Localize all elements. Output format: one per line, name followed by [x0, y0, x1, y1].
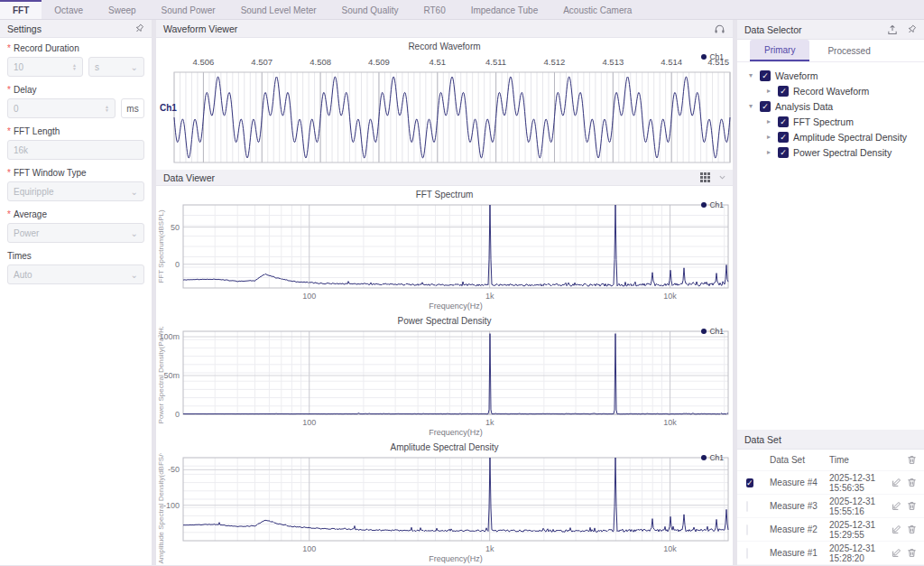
- chart-legend[interactable]: Ch1: [701, 200, 724, 209]
- svg-text:4.508: 4.508: [310, 57, 331, 67]
- edit-icon[interactable]: [892, 501, 901, 511]
- tree-item-label: Waveform: [775, 70, 818, 81]
- record-waveform-plot[interactable]: 4.5064.5074.5084.5094.514.5114.5124.5134…: [156, 52, 733, 168]
- tree-item-fft-spectrum[interactable]: ▸✓FFT Spectrum: [737, 114, 924, 129]
- dataset-row[interactable]: Measure #12025-12-31 15:28:20: [737, 542, 924, 565]
- chart-title: Record Waveform: [156, 38, 733, 52]
- stepper-icon[interactable]: ▲▼: [72, 63, 77, 70]
- power-spectral-density-plot[interactable]: 050m100m1001k10kFrequency(Hz)Power Spect…: [156, 327, 733, 438]
- record-duration-unit-select[interactable]: s ⌄: [88, 57, 144, 77]
- edit-icon[interactable]: [892, 478, 901, 487]
- caret-down-icon[interactable]: ▾: [746, 102, 755, 110]
- tab-sound-level-meter[interactable]: Sound Level Meter: [228, 0, 329, 19]
- tree-item-record-waveform[interactable]: ▸✓Record Waveform: [737, 83, 924, 98]
- field-fft-length: FFT Length 16k: [7, 126, 144, 160]
- tab-sweep[interactable]: Sweep: [96, 0, 149, 19]
- tab-octave[interactable]: Octave: [42, 0, 96, 19]
- chart-legend[interactable]: Ch1: [701, 453, 724, 462]
- checkbox[interactable]: ✓: [778, 132, 789, 143]
- svg-text:1k: 1k: [485, 418, 494, 427]
- data-set-title: Data Set: [744, 434, 781, 445]
- svg-text:4.513: 4.513: [602, 57, 624, 67]
- checkbox[interactable]: [746, 524, 748, 535]
- tab-fft[interactable]: FFT: [0, 0, 42, 19]
- svg-text:Frequency(Hz): Frequency(Hz): [429, 428, 483, 437]
- dataset-row[interactable]: Measure #32025-12-31 15:55:16: [737, 495, 924, 518]
- selector-tab-primary[interactable]: Primary: [750, 40, 809, 61]
- delay-input[interactable]: 0 ▲▼: [7, 98, 116, 118]
- tab-rt60[interactable]: RT60: [411, 0, 457, 19]
- delete-icon[interactable]: [907, 524, 917, 534]
- svg-text:100: 100: [302, 292, 316, 301]
- record-duration-input[interactable]: 10 ▲▼: [7, 57, 83, 77]
- delay-label: Delay: [7, 85, 144, 95]
- delay-unit-label: ms: [121, 98, 144, 118]
- export-icon[interactable]: [887, 24, 898, 35]
- column-dataset: Data Set: [770, 455, 829, 465]
- svg-text:10k: 10k: [663, 544, 677, 553]
- svg-text:1k: 1k: [485, 292, 494, 301]
- stepper-icon[interactable]: ▲▼: [105, 105, 109, 112]
- svg-text:Frequency(Hz): Frequency(Hz): [429, 554, 483, 563]
- tab-sound-power[interactable]: Sound Power: [149, 0, 228, 19]
- settings-title: Settings: [7, 23, 42, 34]
- dataset-name: Measure #2: [770, 524, 829, 534]
- amplitude-spectral-density-plot[interactable]: -50-1001001k10kFrequency(Hz)Amplitude Sp…: [156, 453, 733, 564]
- pin-icon[interactable]: [907, 24, 917, 34]
- right-panel-spacer: [737, 163, 924, 430]
- tab-acoustic-camera[interactable]: Acoustic Camera: [550, 0, 644, 19]
- fft-spectrum-chart: FFT Spectrum Ch1 0501001k10kFrequency(Hz…: [156, 186, 733, 312]
- delete-icon[interactable]: [907, 501, 917, 511]
- checkbox[interactable]: ✓: [760, 101, 771, 112]
- checkbox[interactable]: ✓: [746, 478, 753, 487]
- fft-spectrum-plot[interactable]: 0501001k10kFrequency(Hz)FFT Spectrum(dBS…: [156, 200, 733, 311]
- average-label: Average: [7, 209, 144, 219]
- svg-text:10k: 10k: [663, 292, 677, 301]
- dataset-row[interactable]: ✓Measure #42025-12-31 15:56:35: [737, 471, 924, 495]
- svg-text:Frequency(Hz): Frequency(Hz): [429, 302, 483, 311]
- checkbox[interactable]: ✓: [778, 86, 789, 97]
- channel-label: Ch1: [160, 103, 177, 113]
- checkbox[interactable]: [746, 501, 748, 512]
- pin-icon[interactable]: [134, 23, 144, 33]
- waveform-viewer-title: Waveform Viewer: [163, 23, 237, 34]
- fft-window-type-label: FFT Window Type: [7, 168, 144, 178]
- grid-layout-icon[interactable]: [700, 172, 710, 182]
- fft-window-type-select[interactable]: Equiripple ⌄: [7, 181, 144, 201]
- checkbox[interactable]: ✓: [760, 70, 771, 81]
- caret-right-icon[interactable]: ▸: [764, 133, 773, 141]
- chart-legend[interactable]: Ch1: [701, 327, 724, 336]
- checkbox[interactable]: ✓: [778, 116, 789, 127]
- caret-right-icon[interactable]: ▸: [764, 117, 773, 125]
- fft-length-input[interactable]: 16k: [7, 140, 144, 160]
- chevron-down-icon: ⌄: [131, 228, 138, 238]
- svg-text:10k: 10k: [663, 418, 677, 427]
- caret-right-icon[interactable]: ▸: [764, 148, 773, 156]
- tab-impedance-tube[interactable]: Impedance Tube: [458, 0, 551, 19]
- delete-all-icon[interactable]: [907, 455, 917, 465]
- checkbox[interactable]: ✓: [778, 147, 789, 158]
- selector-tab-processed[interactable]: Processed: [813, 40, 884, 61]
- chart-legend[interactable]: Ch1: [701, 52, 724, 61]
- delete-icon[interactable]: [907, 478, 917, 487]
- edit-icon[interactable]: [892, 548, 901, 558]
- caret-down-icon[interactable]: ▾: [746, 71, 755, 79]
- caret-right-icon[interactable]: ▸: [764, 87, 773, 95]
- svg-text:Power Spectral Density(Pa²/Hz): Power Spectral Density(Pa²/Hz): [157, 327, 165, 423]
- headphones-icon[interactable]: [714, 23, 725, 34]
- average-select[interactable]: Power ⌄: [7, 223, 144, 243]
- tree-item-amplitude-spectral-density[interactable]: ▸✓Amplitude Spectral Density: [737, 129, 924, 144]
- tree-item-waveform[interactable]: ▾✓Waveform: [737, 68, 924, 83]
- checkbox[interactable]: [746, 548, 748, 559]
- field-average: Average Power ⌄: [7, 209, 144, 243]
- tree-item-analysis-data[interactable]: ▾✓Analysis Data: [737, 98, 924, 114]
- tab-sound-quality[interactable]: Sound Quality: [329, 0, 411, 19]
- dataset-row[interactable]: Measure #22025-12-31 15:29:55: [737, 518, 924, 542]
- svg-text:4.512: 4.512: [544, 57, 566, 67]
- delete-icon[interactable]: [907, 548, 917, 558]
- times-select[interactable]: Auto ⌄: [7, 264, 144, 284]
- dataset-time: 2025-12-31 15:55:16: [829, 496, 892, 516]
- chevron-down-icon[interactable]: [719, 175, 725, 180]
- tree-item-power-spectral-density[interactable]: ▸✓Power Spectral Density: [737, 144, 924, 160]
- edit-icon[interactable]: [892, 524, 901, 534]
